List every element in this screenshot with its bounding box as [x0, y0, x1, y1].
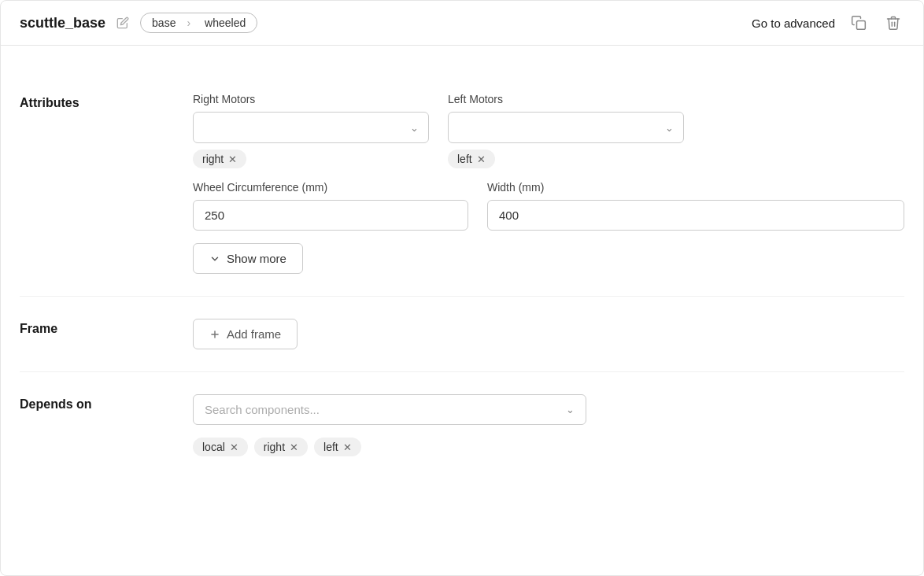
depends-on-content: Search components... ⌄ local ✕ right ✕ l…	[193, 394, 904, 456]
depends-on-section: Depends on Search components... ⌄ local …	[20, 372, 904, 478]
right-tag-label: right	[202, 153, 224, 165]
motors-row: Right Motors ⌄ right ✕ Lef	[193, 93, 904, 168]
chevron-down-icon: ⌄	[410, 122, 419, 134]
copy-button[interactable]	[848, 12, 870, 34]
breadcrumb-wheeled: wheeled	[194, 13, 257, 32]
right-tag: right ✕	[193, 150, 246, 168]
header-actions: Go to advanced	[752, 12, 904, 34]
page-header: scuttle_base base › wheeled Go to advanc…	[1, 1, 923, 46]
svg-rect-0	[857, 21, 866, 30]
left-dep-tag-label: left	[323, 441, 338, 453]
frame-label: Frame	[20, 319, 193, 336]
local-tag-remove[interactable]: ✕	[230, 442, 238, 452]
edit-icon[interactable]	[115, 15, 131, 31]
left-dep-tag: left ✕	[314, 438, 361, 456]
add-frame-label: Add frame	[227, 327, 281, 341]
left-motors-group: Left Motors ⌄ left ✕	[448, 93, 684, 168]
depends-on-tags: local ✕ right ✕ left ✕	[193, 438, 904, 456]
wheel-circumference-group: Wheel Circumference (mm)	[193, 181, 468, 231]
attributes-content: Right Motors ⌄ right ✕ Lef	[193, 93, 904, 274]
breadcrumb-arrow-icon: ›	[187, 17, 194, 29]
depends-on-label: Depends on	[20, 394, 193, 412]
right-motors-tags: right ✕	[193, 150, 429, 168]
left-dep-tag-remove[interactable]: ✕	[343, 442, 352, 452]
local-tag: local ✕	[193, 438, 248, 456]
left-motors-select[interactable]: ⌄	[448, 112, 684, 143]
left-tag-remove[interactable]: ✕	[477, 154, 486, 164]
right-dep-tag-remove[interactable]: ✕	[290, 442, 298, 452]
search-placeholder: Search components...	[205, 403, 566, 416]
search-components-dropdown[interactable]: Search components... ⌄	[193, 394, 586, 425]
add-frame-button[interactable]: Add frame	[193, 319, 298, 349]
show-more-label: Show more	[227, 252, 286, 265]
left-motors-tags: left ✕	[448, 150, 684, 168]
right-motors-select[interactable]: ⌄	[193, 112, 429, 143]
plus-icon	[209, 329, 220, 340]
frame-content: Add frame	[193, 319, 904, 349]
right-motors-group: Right Motors ⌄ right ✕	[193, 93, 429, 168]
delete-button[interactable]	[882, 12, 904, 34]
width-group: Width (mm)	[487, 181, 904, 231]
chevron-down-icon	[209, 253, 220, 264]
right-tag-remove[interactable]: ✕	[228, 154, 237, 164]
chevron-down-icon: ⌄	[665, 122, 674, 134]
wheel-circumference-label: Wheel Circumference (mm)	[193, 181, 468, 194]
left-tag-label: left	[457, 153, 472, 165]
left-motors-label: Left Motors	[448, 93, 684, 105]
right-motors-label: Right Motors	[193, 93, 429, 105]
attributes-section: Attributes Right Motors ⌄ right ✕	[20, 71, 904, 297]
right-dep-tag: right ✕	[254, 438, 308, 456]
breadcrumb-base: base	[141, 13, 187, 32]
frame-section: Frame Add frame	[20, 297, 904, 372]
page-title: scuttle_base	[20, 15, 105, 31]
chevron-down-icon: ⌄	[566, 404, 575, 415]
go-advanced-link[interactable]: Go to advanced	[752, 17, 835, 30]
attributes-label: Attributes	[20, 93, 193, 110]
local-tag-label: local	[202, 441, 225, 453]
right-dep-tag-label: right	[264, 441, 285, 453]
left-tag: left ✕	[448, 150, 495, 168]
show-more-button[interactable]: Show more	[193, 243, 303, 274]
breadcrumb: base › wheeled	[140, 13, 257, 33]
width-input[interactable]	[487, 200, 904, 231]
number-fields-row: Wheel Circumference (mm) Width (mm)	[193, 181, 904, 231]
wheel-circumference-input[interactable]	[193, 200, 468, 231]
main-content: Attributes Right Motors ⌄ right ✕	[1, 46, 923, 504]
width-label: Width (mm)	[487, 181, 904, 194]
